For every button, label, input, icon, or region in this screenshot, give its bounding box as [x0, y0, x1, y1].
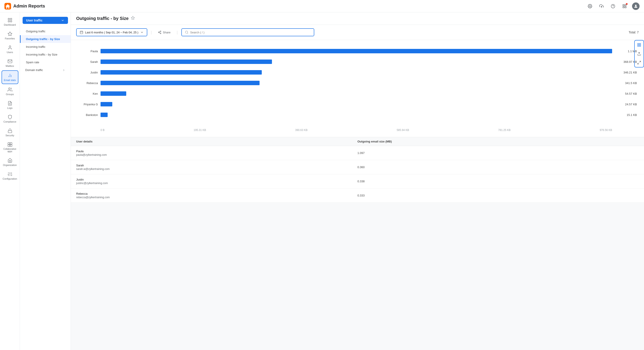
favorite-star-icon[interactable]	[131, 16, 135, 21]
bar-value: 341.5 KB	[615, 81, 637, 85]
svg-rect-22	[8, 130, 12, 133]
chart-axis: 0 B195.31 KB390.63 KB585.94 KB781.25 KB9…	[78, 129, 612, 132]
apps-button-wrapper	[620, 2, 628, 10]
user-cell: Sarah sarah.w@zylkertraining.com	[76, 164, 358, 171]
svg-rect-25	[8, 145, 10, 146]
sub-sidebar-item-spam-rate[interactable]: Spam rate	[20, 58, 71, 66]
date-filter-button[interactable]: Last 6 months ( Sep 01, 24 – Feb 04, 25 …	[76, 28, 147, 36]
bar-row: Priyanka G 24.57 KB	[78, 102, 637, 106]
bar-chart: Paula 1.1 MB Sarah 368.97 KB Justin 346.…	[78, 45, 637, 127]
sidebar-item-security[interactable]: Security	[2, 126, 18, 139]
share-label: Share	[163, 31, 170, 34]
value-cell: 1.097	[358, 150, 639, 156]
axis-label: 781.25 KB	[498, 129, 511, 132]
value-cell: 0.338	[358, 178, 639, 185]
sidebar-item-email-stats-label: Email stats	[4, 79, 16, 81]
user-email: paula@zylkertraining.com	[76, 153, 358, 156]
sidebar-item-users[interactable]: Users	[2, 43, 18, 56]
table-row: Justin justinc@zylkertraining.com 0.338	[71, 174, 644, 189]
sidebar-item-favorites[interactable]: Favorites	[2, 29, 18, 42]
user-avatar[interactable]	[632, 2, 640, 10]
topbar-actions	[586, 2, 640, 10]
search-box	[181, 28, 314, 36]
axis-label: 976.56 KB	[600, 129, 612, 132]
table-section: User details Outgoing email size (MB) Pa…	[71, 137, 644, 203]
bar-track	[100, 81, 612, 85]
sidebar-item-organization[interactable]: Organization	[2, 156, 18, 169]
sidebar-item-email-stats[interactable]: Email stats	[2, 70, 18, 84]
svg-line-53	[640, 61, 641, 62]
svg-rect-13	[10, 20, 12, 22]
bar-row: Justin 346.21 KB	[78, 70, 637, 74]
bar-label: Sarah	[78, 60, 98, 63]
share-button[interactable]: Share	[155, 29, 173, 36]
table-col2-header: Outgoing email size (MB)	[358, 140, 639, 143]
sub-sidebar-item-domain-traffic[interactable]: Domain traffic	[20, 66, 71, 74]
chart-grid-button[interactable]	[635, 40, 644, 49]
chart-export-button[interactable]	[635, 49, 644, 58]
user-name: Justin	[76, 178, 358, 181]
axis-label: 390.63 KB	[295, 129, 308, 132]
bar-value: 368.97 KB	[615, 60, 637, 63]
svg-rect-37	[80, 31, 83, 34]
svg-rect-26	[10, 145, 12, 146]
bar-label: Rebecca	[78, 81, 98, 85]
sidebar-item-compliance[interactable]: Compliance	[2, 112, 18, 125]
bar-label: Paula	[78, 49, 98, 53]
svg-point-43	[160, 33, 161, 34]
sidebar-item-logs-label: Logs	[7, 107, 12, 109]
notification-dot	[626, 3, 628, 5]
bar-row: Sarah 368.97 KB	[78, 59, 637, 64]
page-header: Outgoing traffic - by Size	[71, 12, 644, 25]
chart-fullscreen-button[interactable]	[635, 58, 644, 67]
date-filter-label: Last 6 months ( Sep 01, 24 – Feb 04, 25 …	[85, 31, 138, 34]
user-traffic-header[interactable]: User traffic	[22, 17, 68, 24]
svg-rect-51	[640, 45, 641, 46]
sidebar-item-logs[interactable]: Logs	[2, 99, 18, 111]
bar-value: 54.57 KB	[615, 92, 637, 95]
svg-point-42	[158, 32, 159, 33]
search-input[interactable]	[190, 31, 311, 34]
chart-actions	[634, 40, 644, 67]
value-cell: 0.360	[358, 164, 639, 171]
bar-row: Paula 1.1 MB	[78, 49, 637, 53]
sidebar-item-groups[interactable]: Groups	[2, 85, 18, 98]
bar-fill	[100, 91, 126, 96]
svg-marker-14	[8, 32, 12, 36]
settings-button[interactable]	[586, 2, 594, 10]
svg-marker-36	[131, 16, 134, 19]
bar-label: Bankston	[78, 113, 98, 117]
bar-track	[100, 102, 612, 106]
svg-rect-7	[623, 6, 624, 8]
axis-label: 195.31 KB	[194, 129, 206, 132]
bar-fill	[100, 102, 112, 106]
bar-value: 15.1 KB	[615, 113, 637, 117]
sub-sidebar-item-incoming-traffic[interactable]: Incoming traffic	[20, 43, 71, 51]
table-body: Paula paula@zylkertraining.com 1.097 Sar…	[71, 146, 644, 203]
content-area: Dashboard Favorites Users Mailbox Email …	[0, 12, 644, 350]
sub-sidebar-item-outgoing-traffic-by-size[interactable]: Outgoing traffic - by Size	[20, 35, 71, 43]
svg-rect-8	[625, 6, 626, 8]
svg-line-47	[187, 33, 188, 34]
sidebar-item-configuration[interactable]: Configuration	[2, 169, 18, 182]
home-logo-icon	[4, 3, 11, 9]
sub-sidebar-item-outgoing-traffic[interactable]: Outgoing traffic	[20, 27, 71, 35]
separator-2: |	[177, 30, 178, 35]
dropdown-chevron-icon	[140, 30, 144, 34]
user-cell: Rebecca rebecca@zylkertraining.com	[76, 192, 358, 199]
upload-button[interactable]	[598, 2, 606, 10]
sub-sidebar-item-incoming-traffic-by-size[interactable]: Incoming traffic - by Size	[20, 51, 71, 58]
bar-fill	[100, 113, 108, 117]
page-title: Outgoing traffic - by Size	[76, 16, 135, 21]
search-icon	[185, 30, 188, 34]
table-row: Paula paula@zylkertraining.com 1.097	[71, 146, 644, 160]
sub-sidebar-header-container: User traffic	[20, 15, 71, 27]
help-button[interactable]	[609, 2, 617, 10]
svg-line-54	[638, 63, 639, 64]
svg-rect-23	[8, 143, 10, 144]
user-email: rebecca@zylkertraining.com	[76, 196, 358, 199]
table-row: Rebecca rebecca@zylkertraining.com 0.333	[71, 189, 644, 203]
sidebar-item-mailbox[interactable]: Mailbox	[2, 57, 18, 69]
sidebar-item-collaborative-apps[interactable]: Collaborative apps	[2, 140, 18, 155]
sidebar-item-dashboard[interactable]: Dashboard	[2, 15, 18, 28]
